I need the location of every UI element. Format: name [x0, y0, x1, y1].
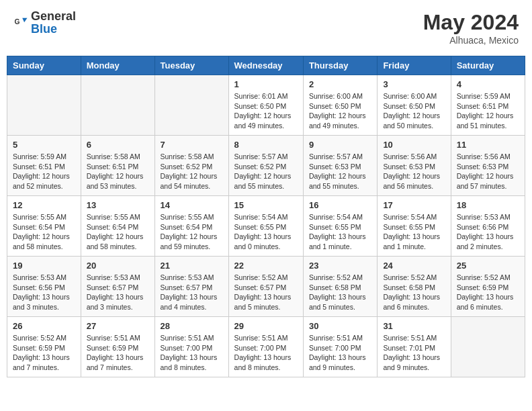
calendar-cell: 19Sunrise: 5:53 AM Sunset: 6:56 PM Dayli… [7, 257, 81, 317]
day-info: Sunrise: 5:53 AM Sunset: 6:57 PM Dayligh… [161, 273, 223, 312]
day-number: 3 [383, 79, 445, 89]
day-number: 25 [457, 261, 519, 271]
day-info: Sunrise: 6:00 AM Sunset: 6:50 PM Dayligh… [309, 91, 371, 131]
day-number: 1 [234, 79, 298, 89]
day-info: Sunrise: 5:51 AM Sunset: 7:00 PM Dayligh… [234, 333, 298, 373]
day-info: Sunrise: 5:52 AM Sunset: 6:59 PM Dayligh… [457, 273, 519, 312]
calendar-cell: 24Sunrise: 5:52 AM Sunset: 6:58 PM Dayli… [378, 257, 451, 317]
calendar-cell [154, 75, 228, 136]
day-info: Sunrise: 5:58 AM Sunset: 6:51 PM Dayligh… [87, 152, 149, 191]
day-number: 7 [161, 140, 223, 150]
day-number: 10 [383, 140, 445, 150]
calendar-cell: 28Sunrise: 5:51 AM Sunset: 7:00 PM Dayli… [154, 317, 228, 377]
title-section: May 2024 Alhuaca, Mexico [423, 10, 519, 46]
day-number: 15 [234, 200, 298, 210]
day-of-week-header: Thursday [303, 56, 377, 75]
calendar-cell [451, 317, 525, 377]
day-number: 17 [383, 200, 445, 210]
day-number: 29 [234, 321, 298, 331]
calendar-cell: 5Sunrise: 5:59 AM Sunset: 6:51 PM Daylig… [7, 136, 81, 196]
day-info: Sunrise: 5:54 AM Sunset: 6:55 PM Dayligh… [234, 212, 298, 252]
calendar-cell: 10Sunrise: 5:56 AM Sunset: 6:53 PM Dayli… [378, 136, 451, 196]
day-info: Sunrise: 6:01 AM Sunset: 6:50 PM Dayligh… [234, 91, 298, 131]
day-number: 6 [87, 140, 149, 150]
calendar-week-row: 19Sunrise: 5:53 AM Sunset: 6:56 PM Dayli… [7, 257, 525, 317]
day-info: Sunrise: 5:52 AM Sunset: 6:58 PM Dayligh… [309, 273, 371, 312]
calendar-cell: 27Sunrise: 5:51 AM Sunset: 6:59 PM Dayli… [81, 317, 154, 377]
day-number: 14 [161, 200, 223, 210]
day-number: 26 [13, 321, 75, 331]
day-info: Sunrise: 5:55 AM Sunset: 6:54 PM Dayligh… [161, 212, 223, 252]
calendar-cell: 20Sunrise: 5:53 AM Sunset: 6:57 PM Dayli… [81, 257, 154, 317]
day-number: 22 [234, 261, 298, 271]
day-info: Sunrise: 5:59 AM Sunset: 6:51 PM Dayligh… [13, 152, 75, 191]
svg-text:G: G [14, 18, 19, 26]
day-info: Sunrise: 5:55 AM Sunset: 6:54 PM Dayligh… [13, 212, 75, 252]
day-of-week-header: Sunday [7, 56, 81, 75]
logo-blue: Blue [31, 22, 57, 36]
day-number: 20 [87, 261, 149, 271]
calendar-week-row: 1Sunrise: 6:01 AM Sunset: 6:50 PM Daylig… [7, 75, 525, 136]
calendar-cell: 21Sunrise: 5:53 AM Sunset: 6:57 PM Dayli… [154, 257, 228, 317]
day-number: 18 [457, 200, 519, 210]
calendar-table: SundayMondayTuesdayWednesdayThursdayFrid… [7, 56, 525, 377]
day-info: Sunrise: 5:52 AM Sunset: 6:57 PM Dayligh… [234, 273, 298, 312]
calendar-cell: 8Sunrise: 5:57 AM Sunset: 6:52 PM Daylig… [228, 136, 303, 196]
day-info: Sunrise: 5:53 AM Sunset: 6:56 PM Dayligh… [13, 273, 75, 312]
calendar-cell [81, 75, 154, 136]
calendar-cell: 6Sunrise: 5:58 AM Sunset: 6:51 PM Daylig… [81, 136, 154, 196]
day-of-week-header: Tuesday [154, 56, 228, 75]
calendar-cell: 1Sunrise: 6:01 AM Sunset: 6:50 PM Daylig… [228, 75, 303, 136]
day-number: 12 [13, 200, 75, 210]
day-number: 13 [87, 200, 149, 210]
day-info: Sunrise: 5:52 AM Sunset: 6:59 PM Dayligh… [13, 333, 75, 373]
day-info: Sunrise: 5:51 AM Sunset: 7:00 PM Dayligh… [161, 333, 223, 373]
day-number: 4 [457, 79, 519, 89]
calendar-week-row: 5Sunrise: 5:59 AM Sunset: 6:51 PM Daylig… [7, 136, 525, 196]
page-header: G General Blue May 2024 Alhuaca, Mexico [7, 7, 525, 49]
location-subtitle: Alhuaca, Mexico [423, 35, 519, 46]
calendar-week-row: 12Sunrise: 5:55 AM Sunset: 6:54 PM Dayli… [7, 196, 525, 257]
day-info: Sunrise: 5:52 AM Sunset: 6:58 PM Dayligh… [383, 273, 445, 312]
calendar-week-row: 26Sunrise: 5:52 AM Sunset: 6:59 PM Dayli… [7, 317, 525, 377]
day-number: 27 [87, 321, 149, 331]
day-number: 30 [309, 321, 371, 331]
day-number: 16 [309, 200, 371, 210]
calendar-header-row: SundayMondayTuesdayWednesdayThursdayFrid… [7, 56, 525, 75]
calendar-cell: 22Sunrise: 5:52 AM Sunset: 6:57 PM Dayli… [228, 257, 303, 317]
logo: G General Blue [13, 10, 76, 36]
calendar-cell: 23Sunrise: 5:52 AM Sunset: 6:58 PM Dayli… [303, 257, 377, 317]
day-info: Sunrise: 5:57 AM Sunset: 6:52 PM Dayligh… [234, 152, 298, 191]
day-number: 8 [234, 140, 298, 150]
calendar-cell: 18Sunrise: 5:53 AM Sunset: 6:56 PM Dayli… [451, 196, 525, 257]
day-info: Sunrise: 5:51 AM Sunset: 7:01 PM Dayligh… [383, 333, 445, 373]
day-of-week-header: Monday [81, 56, 154, 75]
day-info: Sunrise: 5:51 AM Sunset: 6:59 PM Dayligh… [87, 333, 149, 373]
calendar-cell: 11Sunrise: 5:56 AM Sunset: 6:53 PM Dayli… [451, 136, 525, 196]
day-info: Sunrise: 5:54 AM Sunset: 6:55 PM Dayligh… [383, 212, 445, 252]
calendar-cell [7, 75, 81, 136]
logo-general: General [31, 9, 76, 23]
day-number: 9 [309, 140, 371, 150]
calendar-cell: 30Sunrise: 5:51 AM Sunset: 7:00 PM Dayli… [303, 317, 377, 377]
calendar-cell: 14Sunrise: 5:55 AM Sunset: 6:54 PM Dayli… [154, 196, 228, 257]
day-number: 2 [309, 79, 371, 89]
day-number: 31 [383, 321, 445, 331]
day-info: Sunrise: 5:55 AM Sunset: 6:54 PM Dayligh… [87, 212, 149, 252]
day-info: Sunrise: 5:59 AM Sunset: 6:51 PM Dayligh… [457, 91, 519, 131]
day-number: 11 [457, 140, 519, 150]
day-number: 24 [383, 261, 445, 271]
calendar-cell: 15Sunrise: 5:54 AM Sunset: 6:55 PM Dayli… [228, 196, 303, 257]
calendar-cell: 9Sunrise: 5:57 AM Sunset: 6:53 PM Daylig… [303, 136, 377, 196]
day-info: Sunrise: 6:00 AM Sunset: 6:50 PM Dayligh… [383, 91, 445, 131]
day-info: Sunrise: 5:53 AM Sunset: 6:56 PM Dayligh… [457, 212, 519, 252]
day-info: Sunrise: 5:57 AM Sunset: 6:53 PM Dayligh… [309, 152, 371, 191]
day-number: 23 [309, 261, 371, 271]
day-number: 5 [13, 140, 75, 150]
month-year-title: May 2024 [423, 10, 519, 35]
day-number: 21 [161, 261, 223, 271]
calendar-body: 1Sunrise: 6:01 AM Sunset: 6:50 PM Daylig… [7, 75, 525, 377]
calendar-cell: 3Sunrise: 6:00 AM Sunset: 6:50 PM Daylig… [378, 75, 451, 136]
day-info: Sunrise: 5:53 AM Sunset: 6:57 PM Dayligh… [87, 273, 149, 312]
calendar-cell: 7Sunrise: 5:58 AM Sunset: 6:52 PM Daylig… [154, 136, 228, 196]
